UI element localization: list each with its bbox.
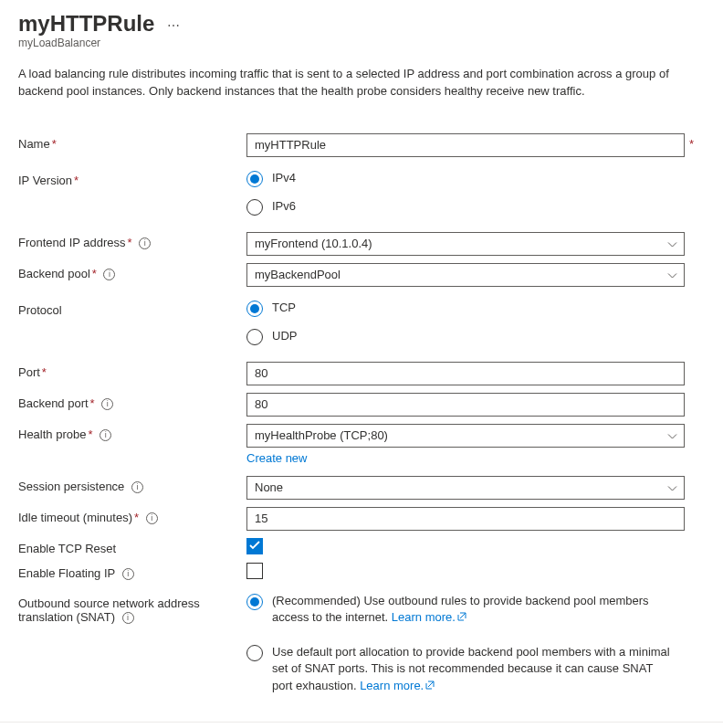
protocol-tcp-radio[interactable]: TCP — [246, 300, 685, 317]
enable-floating-ip-checkbox[interactable] — [246, 563, 263, 579]
protocol-label: Protocol — [18, 300, 246, 317]
page-description: A load balancing rule distributes incomi… — [18, 66, 694, 100]
protocol-udp-radio[interactable]: UDP — [246, 328, 685, 345]
info-icon[interactable]: i — [103, 269, 115, 280]
required-indicator: * — [689, 137, 694, 151]
learn-more-link[interactable]: Learn more. — [360, 679, 435, 692]
info-icon[interactable]: i — [131, 481, 143, 493]
idle-timeout-label: Idle timeout (minutes)* i — [18, 507, 246, 524]
more-options-button[interactable]: ⋯ — [167, 18, 181, 33]
health-probe-select[interactable] — [246, 424, 685, 448]
radio-icon — [246, 594, 263, 610]
enable-tcp-reset-checkbox[interactable] — [246, 538, 263, 554]
frontend-ip-label: Frontend IP address* i — [18, 232, 246, 249]
frontend-ip-select[interactable] — [246, 232, 685, 256]
page-title: myHTTPRule — [18, 11, 154, 37]
snat-recommended-radio[interactable]: (Recommended) Use outbound rules to prov… — [246, 593, 685, 626]
learn-more-link[interactable]: Learn more. — [392, 610, 466, 624]
name-label: Name* — [18, 133, 246, 151]
enable-floating-ip-label: Enable Floating IP i — [18, 563, 246, 580]
info-icon[interactable]: i — [146, 512, 158, 524]
session-persistence-select[interactable] — [246, 476, 685, 500]
radio-icon — [246, 171, 263, 187]
port-input[interactable] — [246, 362, 685, 385]
backend-port-input[interactable] — [246, 393, 685, 417]
backend-pool-label: Backend pool* i — [18, 263, 246, 280]
breadcrumb-subtitle: myLoadBalancer — [18, 37, 705, 49]
backend-pool-select[interactable] — [246, 263, 685, 287]
external-link-icon — [457, 609, 466, 626]
health-probe-label: Health probe* i — [18, 424, 246, 441]
ip-version-ipv4-radio[interactable]: IPv4 — [246, 170, 685, 187]
info-icon[interactable]: i — [100, 429, 111, 441]
backend-port-label: Backend port* i — [18, 393, 246, 410]
ip-version-label: IP Version* — [18, 170, 246, 187]
info-icon[interactable]: i — [122, 612, 134, 624]
external-link-icon — [425, 678, 435, 694]
radio-icon — [246, 301, 263, 317]
name-input[interactable] — [246, 133, 685, 157]
info-icon[interactable]: i — [122, 568, 134, 580]
info-icon[interactable]: i — [139, 237, 151, 249]
idle-timeout-input[interactable] — [246, 507, 685, 531]
checkmark-icon — [249, 539, 260, 553]
radio-icon — [246, 199, 263, 216]
radio-icon — [246, 329, 263, 345]
session-persistence-label: Session persistence i — [18, 476, 246, 493]
port-label: Port* — [18, 362, 246, 379]
snat-default-radio[interactable]: Use default port allocation to provide b… — [246, 644, 685, 694]
radio-icon — [246, 645, 263, 661]
create-new-health-probe-link[interactable]: Create new — [246, 451, 307, 465]
ip-version-ipv6-radio[interactable]: IPv6 — [246, 198, 685, 216]
snat-label: Outbound source network address translat… — [18, 593, 246, 624]
enable-tcp-reset-label: Enable TCP Reset — [18, 538, 246, 555]
info-icon[interactable]: i — [101, 398, 113, 410]
